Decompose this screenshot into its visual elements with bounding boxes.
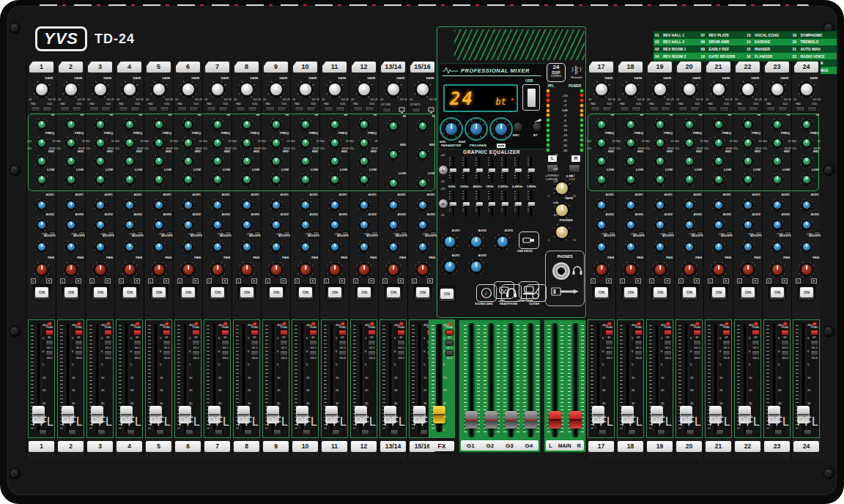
- st-assign-button[interactable]: [221, 330, 229, 336]
- pan-knob[interactable]: [267, 261, 285, 278]
- channel-on-button[interactable]: ON: [681, 284, 698, 300]
- aux1-return-knob[interactable]: AUX1: [441, 258, 459, 275]
- eq-freq-knob[interactable]: [770, 136, 785, 150]
- aux3-fx-knob[interactable]: [386, 240, 401, 254]
- lowcut-button[interactable]: [306, 106, 316, 112]
- aux1-knob[interactable]: [93, 198, 108, 212]
- pan-knob[interactable]: [385, 261, 402, 278]
- group12-assign-button[interactable]: [664, 340, 672, 346]
- geq-slider[interactable]: [450, 190, 456, 217]
- parameter-knob[interactable]: [442, 119, 461, 138]
- st-assign-button[interactable]: [163, 330, 171, 336]
- group34-assign-button[interactable]: [810, 350, 818, 356]
- group34-assign-button[interactable]: [634, 350, 643, 356]
- aux2-knob[interactable]: [64, 218, 78, 232]
- gain-knob[interactable]: [120, 80, 139, 99]
- pfl-button[interactable]: [716, 429, 724, 435]
- aux1-knob[interactable]: [386, 198, 401, 212]
- aux1-knob[interactable]: [653, 198, 667, 212]
- eq-mid-knob[interactable]: [623, 154, 638, 168]
- rec-button[interactable]: [514, 122, 522, 131]
- pfl-button[interactable]: [273, 429, 281, 435]
- channel-on-button[interactable]: ON: [62, 284, 80, 300]
- channel-on-button[interactable]: ON: [297, 284, 314, 300]
- eq-low-knob[interactable]: [298, 172, 313, 187]
- st-assign-button[interactable]: [368, 330, 376, 336]
- aux3-master-knob[interactable]: AUX3: [494, 233, 511, 251]
- st-assign-button[interactable]: [251, 330, 259, 336]
- pfl-button[interactable]: [332, 429, 340, 435]
- st-assign-button[interactable]: [338, 330, 347, 336]
- group34-assign-button[interactable]: [752, 350, 760, 356]
- aux3-fx-knob[interactable]: [357, 240, 371, 254]
- eq-low-knob[interactable]: [34, 172, 49, 187]
- lowcut-button[interactable]: [101, 106, 111, 112]
- eq-low-knob[interactable]: [357, 172, 371, 187]
- eq-freq-knob[interactable]: [711, 136, 726, 150]
- eq-hi-knob[interactable]: [682, 117, 697, 132]
- lowcut-button[interactable]: [336, 106, 345, 112]
- st-assign-button[interactable]: [397, 330, 405, 336]
- pan-knob[interactable]: [681, 261, 698, 278]
- eq-freq-knob[interactable]: [357, 136, 371, 150]
- fx-on-button[interactable]: ON: [438, 286, 456, 302]
- stereo-source-button[interactable]: [412, 108, 421, 114]
- eq-hi-knob[interactable]: [386, 119, 401, 133]
- gain-knob[interactable]: [325, 80, 344, 99]
- lowcut-button[interactable]: [72, 106, 81, 112]
- aux1-knob[interactable]: [327, 198, 342, 212]
- geq-slider[interactable]: [528, 190, 535, 217]
- eq-hi-knob[interactable]: [269, 117, 284, 132]
- channel-on-button[interactable]: ON: [798, 284, 815, 300]
- eq-low-knob[interactable]: [327, 172, 342, 187]
- aux2-knob[interactable]: [93, 218, 108, 232]
- aux3-fx-knob[interactable]: [298, 240, 313, 254]
- eq-hi-knob[interactable]: [240, 117, 254, 132]
- aux2-knob[interactable]: [240, 218, 254, 232]
- eq-freq-knob[interactable]: [240, 136, 254, 150]
- aux3-fx-knob[interactable]: [152, 240, 166, 254]
- pad-button[interactable]: [796, 106, 805, 112]
- geq-slider-cap[interactable]: [450, 168, 456, 172]
- group34-assign-button[interactable]: [104, 350, 112, 356]
- gain-knob[interactable]: [91, 80, 110, 99]
- pfl-button[interactable]: [628, 429, 636, 435]
- gain-knob[interactable]: [355, 80, 374, 99]
- aux1-knob[interactable]: [357, 198, 371, 212]
- pfl-button[interactable]: [244, 429, 252, 435]
- geq-slider-cap[interactable]: [489, 202, 495, 206]
- pad-button[interactable]: [591, 106, 600, 112]
- gain-knob[interactable]: [709, 80, 728, 99]
- group12-assign-button[interactable]: [104, 340, 112, 346]
- group12-assign-button[interactable]: [781, 340, 789, 346]
- aux1-knob[interactable]: [181, 198, 196, 212]
- eq-mid-knob[interactable]: [181, 154, 196, 168]
- channel-on-button[interactable]: ON: [238, 284, 256, 300]
- eq-freq-knob[interactable]: [34, 136, 49, 150]
- eq-mid-knob[interactable]: [240, 154, 254, 168]
- group12-assign-button[interactable]: [752, 340, 760, 346]
- aux2-knob[interactable]: [210, 218, 225, 232]
- eq-hi-knob[interactable]: [623, 117, 638, 132]
- pfl-button[interactable]: [156, 429, 164, 435]
- eq-mid-knob[interactable]: [152, 154, 166, 168]
- pfl-button[interactable]: [303, 429, 311, 435]
- aux2-knob[interactable]: [594, 218, 609, 232]
- channel-on-button[interactable]: ON: [209, 284, 226, 300]
- group12-assign-button[interactable]: [605, 340, 613, 346]
- eq-hi-knob[interactable]: [799, 117, 814, 132]
- pan-knob[interactable]: [414, 261, 432, 278]
- lowcut-button[interactable]: [690, 106, 700, 112]
- main-l-fader-cap[interactable]: [549, 411, 561, 429]
- geq-slider-cap[interactable]: [515, 202, 522, 206]
- channel-on-button[interactable]: ON: [179, 284, 197, 300]
- aux3-fx-knob[interactable]: [711, 240, 726, 254]
- aux2-knob[interactable]: [415, 218, 430, 232]
- program-knob[interactable]: [467, 119, 486, 138]
- gain-knob[interactable]: [768, 80, 787, 99]
- pfl-button[interactable]: [68, 429, 76, 435]
- pad-button[interactable]: [737, 106, 747, 112]
- aux2-knob[interactable]: [181, 218, 196, 232]
- st-assign-button[interactable]: [693, 330, 701, 336]
- pfl-button[interactable]: [657, 429, 665, 435]
